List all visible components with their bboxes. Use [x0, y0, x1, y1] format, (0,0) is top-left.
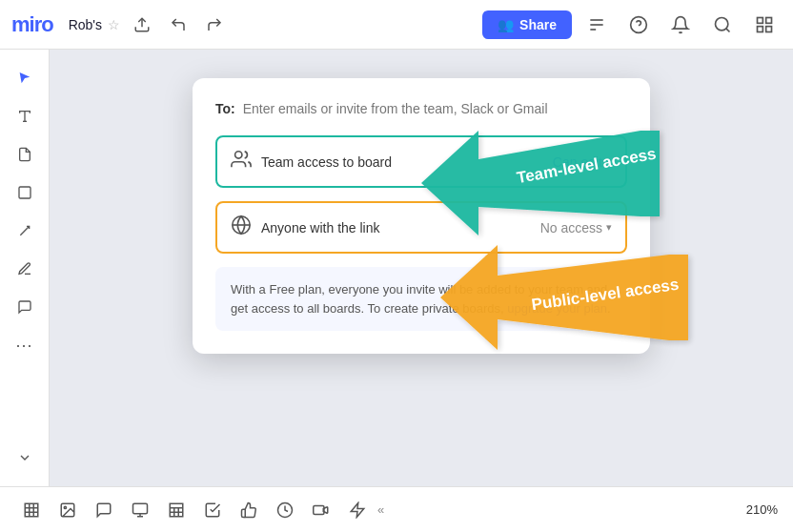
- more-icon: ···: [15, 336, 32, 356]
- settings-icon: [587, 15, 606, 34]
- frame-icon: [23, 501, 40, 519]
- svg-point-16: [235, 152, 242, 158]
- bottom-present-tool[interactable]: [124, 494, 156, 526]
- help-icon: [629, 15, 648, 34]
- svg-line-7: [726, 28, 730, 31]
- public-access-chevron-icon: ▾: [606, 221, 612, 234]
- public-access-permission: No access: [540, 220, 602, 235]
- redo-icon: [206, 16, 223, 33]
- bell-icon: [671, 15, 690, 34]
- settings-button[interactable]: [580, 10, 614, 40]
- menu-icon: [755, 15, 774, 34]
- svg-rect-39: [314, 505, 324, 514]
- share-button[interactable]: 👥 Share: [482, 10, 572, 39]
- upload-icon: [133, 16, 151, 33]
- bottom-image-tool[interactable]: [51, 494, 84, 526]
- sidebar-more-tools[interactable]: ···: [8, 328, 42, 362]
- star-icon[interactable]: ☆: [108, 17, 120, 32]
- collapse-button[interactable]: «: [377, 502, 384, 517]
- timer-icon: [276, 501, 294, 519]
- line-icon: [17, 223, 32, 238]
- template-icon: [204, 501, 221, 519]
- zoom-label: 210%: [746, 502, 778, 517]
- sidebar-line-tool[interactable]: [8, 214, 42, 248]
- undo-button[interactable]: [164, 10, 193, 39]
- info-suffix: .: [607, 301, 611, 316]
- sidebar-collapse-tools[interactable]: [8, 440, 42, 475]
- cursor-icon: [17, 71, 32, 86]
- sidebar-note-tool[interactable]: [8, 137, 42, 172]
- public-access-dropdown[interactable]: No access ▾: [540, 220, 612, 235]
- menu-button[interactable]: [747, 10, 782, 40]
- info-box: With a Free plan, everyone you invite wi…: [215, 267, 627, 331]
- svg-rect-23: [25, 503, 38, 517]
- svg-rect-9: [766, 17, 772, 23]
- app-logo: miro: [11, 12, 53, 37]
- svg-marker-40: [351, 502, 364, 517]
- chevron-down-icon: [17, 450, 32, 465]
- top-toolbar: miro Rob's ☆ 👥 Share: [0, 0, 793, 50]
- svg-point-6: [716, 17, 728, 30]
- left-sidebar: ···: [0, 50, 50, 486]
- text-icon: [17, 109, 32, 124]
- svg-rect-14: [19, 187, 30, 198]
- redo-button[interactable]: [200, 10, 229, 39]
- team-access-permission: Can edit: [553, 154, 602, 170]
- bottom-comment-tool[interactable]: [88, 494, 120, 526]
- share-dialog: To: Team access to board Can edit ▾: [193, 78, 650, 354]
- sidebar-pen-tool[interactable]: [8, 252, 42, 286]
- sidebar-text-tool[interactable]: [8, 99, 42, 133]
- bottom-toolbar: « 210%: [0, 486, 793, 532]
- bottom-screen-tool[interactable]: [305, 494, 337, 526]
- rect-icon: [17, 185, 32, 200]
- bottom-frame-tool[interactable]: [15, 494, 48, 526]
- sidebar-shape-tool[interactable]: [8, 175, 42, 210]
- comment-icon: [17, 299, 32, 315]
- public-access-icon: [231, 215, 252, 240]
- undo-icon: [170, 16, 187, 33]
- svg-rect-30: [133, 503, 148, 514]
- help-button[interactable]: [621, 10, 656, 40]
- chat-icon: [95, 501, 112, 519]
- svg-rect-10: [758, 26, 763, 31]
- upgrade-link[interactable]: upgrade your plan: [507, 301, 607, 316]
- svg-line-15: [20, 226, 29, 235]
- bottom-table-tool[interactable]: [160, 494, 193, 526]
- thumbs-up-icon: [240, 501, 257, 519]
- svg-rect-33: [170, 503, 183, 517]
- bottom-timer-tool[interactable]: [269, 494, 301, 526]
- search-button[interactable]: [705, 10, 740, 40]
- share-users-icon: 👥: [498, 17, 514, 32]
- team-access-dropdown[interactable]: Can edit ▾: [553, 154, 612, 170]
- bottom-template-tool[interactable]: [196, 494, 229, 526]
- pen-icon: [17, 261, 32, 276]
- public-access-row[interactable]: Anyone with the link No access ▾: [215, 201, 627, 254]
- svg-rect-11: [766, 26, 772, 31]
- note-icon: [17, 147, 32, 162]
- svg-rect-8: [758, 17, 763, 23]
- main-area: ··· To:: [0, 50, 793, 486]
- bottom-lightning-tool[interactable]: [341, 494, 374, 526]
- table-icon: [168, 501, 185, 519]
- board-name[interactable]: Rob's ☆: [69, 17, 120, 32]
- notifications-button[interactable]: [663, 10, 698, 40]
- sidebar-comment-tool[interactable]: [8, 290, 42, 324]
- bottom-like-tool[interactable]: [233, 494, 265, 526]
- board-name-label: Rob's: [69, 17, 102, 32]
- search-icon: [713, 15, 732, 34]
- team-access-icon: [231, 149, 252, 174]
- screen-icon: [313, 501, 330, 519]
- public-access-label: Anyone with the link: [261, 220, 531, 235]
- upload-button[interactable]: [128, 10, 156, 39]
- sidebar-cursor-tool[interactable]: [8, 61, 42, 95]
- image-icon: [59, 501, 76, 519]
- share-label: Share: [519, 17, 557, 32]
- present-icon: [132, 501, 149, 519]
- svg-point-29: [64, 506, 66, 508]
- email-input[interactable]: [243, 101, 627, 116]
- lightning-icon: [349, 501, 366, 519]
- canvas-area: To: Team access to board Can edit ▾: [50, 50, 793, 486]
- team-access-row[interactable]: Team access to board Can edit ▾: [215, 135, 627, 188]
- to-label: To:: [215, 101, 235, 116]
- team-access-chevron-icon: ▾: [606, 155, 612, 168]
